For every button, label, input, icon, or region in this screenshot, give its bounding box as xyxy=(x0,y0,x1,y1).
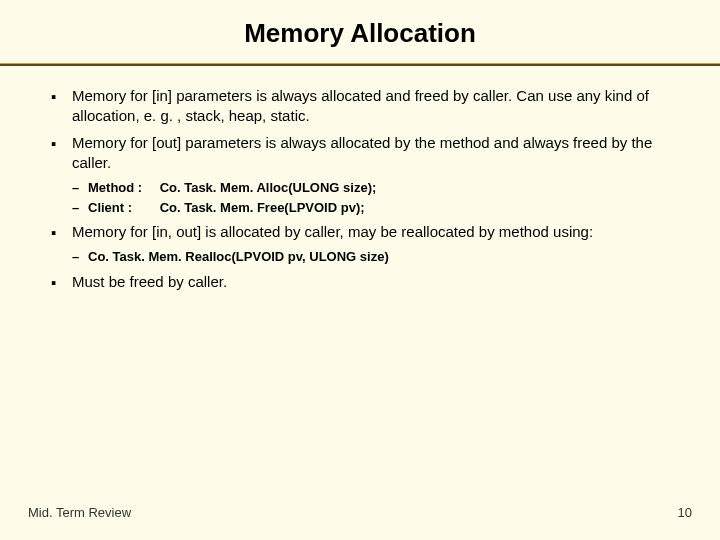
slide-footer: Mid. Term Review 10 xyxy=(28,505,692,520)
sub-label-method: Method : xyxy=(88,179,156,197)
sub-bullet-list-2: Co. Task. Mem. Realloc(LPVOID pv, ULONG … xyxy=(72,248,682,266)
divider-line xyxy=(0,63,720,66)
main-bullet-list-3: Must be freed by caller. xyxy=(38,272,682,292)
main-bullet-list: Memory for [in] parameters is always all… xyxy=(38,86,682,173)
sub-sig-method: Co. Task. Mem. Alloc(ULONG size); xyxy=(160,180,377,195)
slide-body: Memory for [in] parameters is always all… xyxy=(28,86,692,292)
slide-title: Memory Allocation xyxy=(28,18,692,49)
sub-bullet-realloc: Co. Task. Mem. Realloc(LPVOID pv, ULONG … xyxy=(72,248,682,266)
sub-bullet-method: Method : Co. Task. Mem. Alloc(ULONG size… xyxy=(72,179,682,197)
bullet-2: Memory for [out] parameters is always al… xyxy=(38,133,682,174)
bullet-1: Memory for [in] parameters is always all… xyxy=(38,86,682,127)
main-bullet-list-2: Memory for [in, out] is allocated by cal… xyxy=(38,222,682,242)
bullet-4: Must be freed by caller. xyxy=(38,272,682,292)
sub-bullet-client: Client : Co. Task. Mem. Free(LPVOID pv); xyxy=(72,199,682,217)
sub-sig-client: Co. Task. Mem. Free(LPVOID pv); xyxy=(160,200,365,215)
bullet-3: Memory for [in, out] is allocated by cal… xyxy=(38,222,682,242)
footer-left: Mid. Term Review xyxy=(28,505,131,520)
sub-bullet-list-1: Method : Co. Task. Mem. Alloc(ULONG size… xyxy=(72,179,682,216)
sub-label-client: Client : xyxy=(88,199,156,217)
footer-page-number: 10 xyxy=(678,505,692,520)
